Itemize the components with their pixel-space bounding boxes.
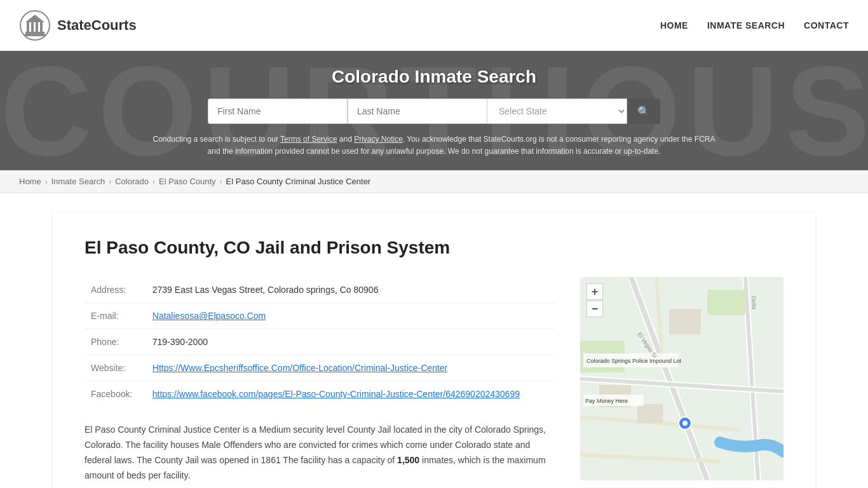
svg-rect-2 (27, 22, 29, 32)
email-label: E-mail: (85, 303, 146, 329)
search-bar: Select State 🔍 (13, 98, 855, 124)
svg-rect-4 (36, 22, 38, 32)
logo-icon (19, 10, 51, 41)
svg-rect-19 (707, 290, 745, 315)
content-right: Colorado Springs Police Impound Lot Pay … (580, 277, 783, 483)
content-left: Address: 2739 East Las Vegas Street, Col… (85, 277, 555, 483)
svg-rect-7 (24, 34, 46, 36)
svg-rect-5 (40, 22, 43, 32)
facebook-label: Facebook: (85, 381, 146, 407)
breadcrumb-inmate-search[interactable]: Inmate Search (51, 177, 105, 186)
page-title: El Paso County, CO Jail and Prison Syste… (85, 238, 783, 258)
breadcrumb-sep-1: › (45, 177, 48, 186)
facebook-row: Facebook: https://www.facebook.com/pages… (85, 381, 555, 407)
nav-links: HOME INMATE SEARCH CONTACT (660, 20, 849, 30)
disclaimer-text: Conducting a search is subject to our Te… (148, 133, 720, 158)
address-row: Address: 2739 East Las Vegas Street, Col… (85, 277, 555, 303)
breadcrumb-sep-2: › (109, 177, 111, 186)
header: StateCourts HOME INMATE SEARCH CONTACT C… (0, 0, 868, 170)
svg-text:Pay Money Here: Pay Money Here (585, 398, 628, 404)
svg-text:Colorado Springs Police Impoun: Colorado Springs Police Impound Lot (587, 358, 682, 364)
map-zoom-out-button[interactable]: − (587, 301, 603, 317)
main-wrapper: El Paso County, CO Jail and Prison Syste… (21, 193, 847, 488)
nav-link-inmate-search[interactable]: INMATE SEARCH (707, 20, 785, 30)
search-state-select[interactable]: Select State (487, 98, 627, 124)
search-first-name-input[interactable] (208, 98, 348, 124)
capacity-highlight: 1,500 (397, 455, 419, 465)
map-zoom-in-button[interactable]: + (587, 283, 603, 300)
phone-label: Phone: (85, 329, 146, 355)
breadcrumb-current: El Paso County Criminal Justice Center (226, 177, 371, 186)
email-link[interactable]: Nataliesosa@Elpasoco.Com (153, 311, 266, 321)
nav-link-home[interactable]: HOME (660, 20, 688, 30)
breadcrumb-el-paso-county[interactable]: El Paso County (159, 177, 216, 186)
address-label: Address: (85, 277, 146, 303)
breadcrumb-sep-4: › (220, 177, 222, 186)
nav-link-contact[interactable]: CONTACT (804, 20, 849, 30)
breadcrumb-home[interactable]: Home (19, 177, 41, 186)
svg-rect-1 (25, 32, 44, 34)
content-layout: Address: 2739 East Las Vegas Street, Col… (85, 277, 783, 483)
phone-row: Phone: 719-390-2000 (85, 329, 555, 355)
breadcrumb: Home › Inmate Search › Colorado › El Pas… (0, 170, 868, 193)
info-table: Address: 2739 East Las Vegas Street, Col… (85, 277, 555, 407)
svg-rect-21 (637, 404, 663, 423)
logo-text: StateCourts (57, 17, 137, 34)
description-text: El Paso County Criminal Justice Center i… (85, 423, 555, 483)
svg-text:Delta: Delta (750, 296, 757, 310)
search-icon: 🔍 (637, 106, 650, 117)
address-value: 2739 East Las Vegas Street, Colorado spr… (146, 277, 555, 303)
map-svg: Colorado Springs Police Impound Lot Pay … (580, 277, 783, 480)
terms-link[interactable]: Terms of Service (280, 135, 337, 144)
privacy-link[interactable]: Privacy Notice (354, 135, 403, 144)
phone-value: 719-390-2000 (146, 329, 555, 355)
svg-rect-22 (669, 309, 701, 334)
header-hero: COURTHOUSE Colorado Inmate Search Select… (0, 51, 868, 170)
svg-point-24 (682, 421, 688, 426)
website-row: Website: Https://Www.Epcsheriffsoffice.C… (85, 355, 555, 381)
website-link[interactable]: Https://Www.Epcsheriffsoffice.Com/Office… (153, 363, 448, 373)
map-container: Colorado Springs Police Impound Lot Pay … (580, 277, 783, 480)
svg-marker-6 (25, 15, 44, 22)
logo[interactable]: StateCourts (19, 10, 137, 41)
search-button[interactable]: 🔍 (627, 98, 660, 124)
nav-bar: StateCourts HOME INMATE SEARCH CONTACT (0, 0, 868, 51)
svg-rect-3 (31, 22, 34, 32)
search-last-name-input[interactable] (348, 98, 487, 124)
breadcrumb-sep-3: › (153, 177, 155, 186)
email-row: E-mail: Nataliesosa@Elpasoco.Com (85, 303, 555, 329)
breadcrumb-colorado[interactable]: Colorado (115, 177, 149, 186)
website-label: Website: (85, 355, 146, 381)
header-title: Colorado Inmate Search (13, 67, 855, 87)
map-controls: + − (587, 283, 603, 317)
content-card: El Paso County, CO Jail and Prison Syste… (53, 212, 815, 488)
facebook-link[interactable]: https://www.facebook.com/pages/El-Paso-C… (153, 389, 520, 399)
